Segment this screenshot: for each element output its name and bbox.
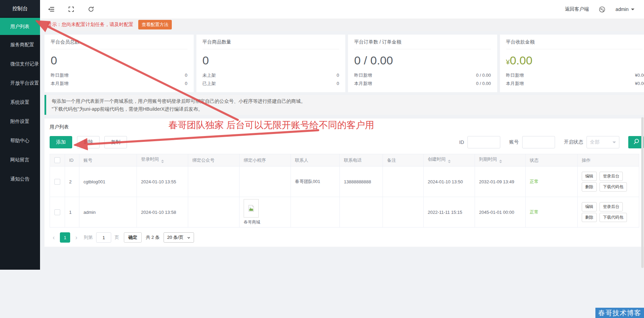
annotation-text: 春哥团队独家 后台可以无限开账号给不同的客户用 (168, 119, 374, 131)
row-id: 2 (65, 167, 79, 197)
stat-card: 平台会员总数0昨日新增0本月新增0 (44, 35, 194, 92)
goto-confirm-button[interactable]: 确定 (124, 232, 142, 243)
stat-sub-row: 未上架0 (203, 71, 339, 80)
stat-card-title: 平台收款金额 (506, 39, 643, 49)
topbar-right: 返回客户端 admin (565, 5, 644, 13)
stat-sub-value: 0 (337, 71, 339, 80)
action-line: 编辑登录后台 (582, 172, 635, 181)
sidebar: 控制台 用户列表服务商配置微信支付记录开放平台设置系统设置附件设置帮助中心网站留… (0, 0, 40, 270)
sort-asc-icon (448, 158, 451, 161)
sidebar-item[interactable]: 附件设置 (0, 112, 40, 131)
refresh-icon[interactable] (87, 5, 95, 13)
sidebar-item[interactable]: 开放平台设置 (0, 73, 40, 93)
row-mini-program (240, 167, 291, 197)
download-code-button[interactable]: 下载代码包 (600, 182, 627, 192)
user-menu[interactable]: admin (616, 7, 634, 12)
column-header: 状态 (526, 154, 578, 167)
stat-sub-value: 0 (185, 71, 187, 80)
sort-asc-icon (161, 158, 164, 161)
sort-icon[interactable] (161, 158, 164, 164)
stat-card-title: 平台会员总数 (51, 39, 188, 49)
column-header: 操作 (578, 154, 639, 167)
delete-row-button[interactable]: 删除 (582, 213, 597, 222)
view-config-button[interactable]: 查看配置方法 (138, 20, 172, 29)
row-phone: 13888888888 (340, 167, 383, 197)
stat-sub-label: 本月新增 (354, 80, 372, 88)
stat-sub-label: 本月新增 (51, 80, 68, 88)
yen-symbol: ¥ (506, 58, 510, 66)
stat-card-value: ¥0.00 (506, 54, 643, 67)
stat-sub-row: 本月新增0 / 0.00 (354, 80, 491, 88)
column-header: 账号 (79, 154, 137, 167)
sidebar-item[interactable]: 网站留言 (0, 150, 40, 169)
column-header: 联系人 (291, 154, 340, 167)
stat-card: 平台收款金额¥0.00昨日新增¥0.00本月新增¥0.00 (500, 35, 644, 92)
stat-sub-row: 昨日新增0 / 0.00 (354, 71, 491, 80)
column-header: 绑定公众号 (188, 154, 240, 167)
stat-sub-label: 昨日新增 (506, 71, 524, 80)
sort-icon[interactable] (448, 158, 451, 164)
fullscreen-icon[interactable] (67, 5, 75, 13)
account-filter-input[interactable] (522, 136, 555, 148)
sidebar-item[interactable]: 微信支付记录 (0, 54, 40, 73)
theme-icon[interactable] (598, 5, 606, 13)
stat-sub-value: 0 (337, 80, 339, 88)
caret-down-icon (631, 9, 634, 12)
row-checkbox[interactable] (54, 179, 60, 185)
sort-icon[interactable] (499, 158, 502, 164)
delete-row-button[interactable]: 删除 (582, 182, 597, 192)
notice-box: 每添加一个用户代表新开一个商城系统，用户用账号密码登录后即可绑定自己的公众号、小… (44, 95, 644, 115)
row-mini-program: 春哥商城 (240, 197, 291, 228)
edit-button[interactable]: 编辑 (582, 202, 597, 211)
chevron-down-icon (187, 236, 191, 240)
collapse-menu-icon[interactable] (48, 5, 55, 13)
sidebar-item[interactable]: 系统设置 (0, 93, 40, 112)
sidebar-item[interactable]: 服务商配置 (0, 35, 40, 54)
add-button[interactable]: 添加 (50, 136, 72, 148)
back-to-client-link[interactable]: 返回客户端 (565, 6, 589, 12)
stat-sub-row: 昨日新增¥0.00 (506, 71, 643, 80)
sidebar-item[interactable]: 用户列表 (0, 18, 40, 35)
id-filter-label: ID (459, 139, 464, 145)
download-code-button[interactable]: 下载代码包 (600, 213, 627, 222)
delete-button[interactable]: 删除 (77, 136, 100, 148)
row-expire-time: 2032-01-09 13:49 (475, 167, 526, 197)
prev-page-icon[interactable]: ‹ (50, 234, 58, 241)
status-badge: 正常 (530, 179, 539, 184)
per-page-select[interactable]: 20 条/页 (164, 232, 194, 243)
row-expire-time: 2045-01-01 00:00 (475, 197, 526, 228)
goto-page-input[interactable] (96, 232, 111, 243)
user-list-panel: 用户列表 添加 删除 复制 ID 账号 开启状态 全部 (44, 119, 644, 247)
select-all-checkbox[interactable] (54, 157, 60, 163)
stat-card: 平台商品数量0未上架0已上架0 (196, 35, 346, 92)
login-backend-button[interactable]: 登录后台 (600, 202, 623, 211)
current-page-button[interactable]: 1 (60, 232, 70, 243)
status-filter-select[interactable]: 全部 (587, 136, 619, 148)
row-actions: 编辑登录后台删除下载代码包 (578, 167, 639, 197)
id-filter-input[interactable] (467, 136, 500, 148)
sort-asc-icon (499, 158, 502, 161)
notice-line-2: "下载代码包"为uni-app前端代码包，需使用HBuilderX进行编译后发布… (52, 105, 639, 113)
goto-label: 到第 (84, 234, 93, 241)
row-official-account (188, 167, 240, 197)
row-create-time: 2024-01-10 13:50 (424, 167, 475, 197)
login-backend-button[interactable]: 登录后台 (600, 172, 623, 181)
row-account: cgtblog001 (79, 167, 137, 197)
row-checkbox[interactable] (54, 209, 60, 215)
sidebar-item[interactable]: 通知公告 (0, 169, 40, 188)
action-line: 删除下载代码包 (582, 182, 635, 192)
stat-sub-label: 本月新增 (506, 80, 524, 88)
copy-button[interactable]: 复制 (104, 136, 127, 148)
admin-page: 控制台 用户列表服务商配置微信支付记录开放平台设置系统设置附件设置帮助中心网站留… (0, 0, 644, 318)
stat-sub-value: 0 / 0.00 (476, 71, 491, 80)
stat-sub-value: 0 / 0.00 (476, 80, 491, 88)
next-page-icon[interactable]: › (72, 234, 80, 241)
table-row: 2cgtblog0012024-01-10 13:55春哥团队001138888… (50, 167, 639, 197)
stat-card-value: 0 (203, 54, 339, 67)
edit-button[interactable]: 编辑 (582, 172, 597, 181)
sidebar-item[interactable]: 帮助中心 (0, 131, 40, 150)
vertical-scrollbar[interactable] (641, 117, 644, 268)
stat-card-value: 0 (51, 54, 188, 67)
stat-sub-value: ¥0.00 (635, 80, 644, 88)
column-header: 登录时间 (137, 154, 188, 167)
